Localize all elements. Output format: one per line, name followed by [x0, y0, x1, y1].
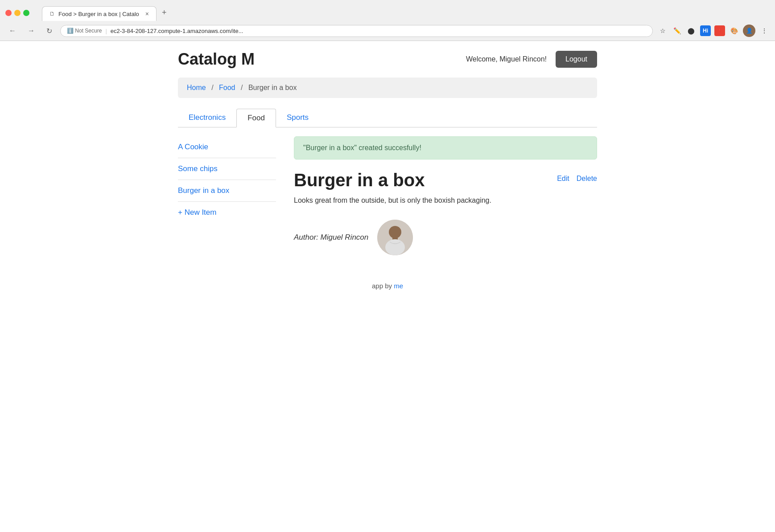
sidebar-new-item[interactable]: + New Item	[178, 202, 276, 223]
welcome-message: Welcome, Miguel Rincon!	[466, 55, 547, 63]
author-text: Author: Miguel Rincon	[294, 233, 368, 242]
author-section: Author: Miguel Rincon	[294, 220, 597, 255]
back-button[interactable]: ←	[5, 25, 20, 37]
category-tabs: Electronics Food Sports	[178, 109, 597, 127]
color-icon[interactable]: 🎨	[729, 25, 739, 36]
toolbar-icons: ☆ ✏️ ⬤ Hi ❗ 🎨 👤 ⋮	[657, 25, 770, 37]
tab-page-icon: 🗋	[49, 11, 55, 17]
app-header: Catalog M Welcome, Miguel Rincon! Logout	[178, 50, 597, 69]
extension-icon[interactable]: ❗	[714, 25, 725, 36]
breadcrumb-home[interactable]: Home	[187, 84, 206, 91]
sidebar-item-burger-in-a-box[interactable]: Burger in a box	[178, 180, 276, 202]
address-separator: |	[105, 28, 107, 34]
browser-addressbar: ← → ↻ ℹ️ Not Secure | ec2-3-84-208-127.c…	[0, 21, 775, 41]
main-content: A Cookie Some chips Burger in a box + Ne…	[178, 136, 597, 255]
refresh-button[interactable]: ↻	[43, 25, 56, 37]
browser-tab-bar: 🗋 Food > Burger in a box | Catalo × +	[42, 4, 172, 21]
tab-food[interactable]: Food	[236, 109, 276, 127]
footer-text: app by	[372, 282, 394, 290]
close-dot[interactable]	[5, 10, 12, 16]
bookmark-icon[interactable]: ☆	[657, 25, 668, 36]
user-avatar[interactable]: 👤	[743, 25, 755, 37]
security-indicator: ℹ️ Not Secure	[67, 28, 102, 34]
header-right: Welcome, Miguel Rincon! Logout	[466, 51, 597, 68]
breadcrumb-current-item: Burger in a box	[248, 84, 297, 91]
circle-icon[interactable]: ⬤	[686, 25, 697, 36]
svg-point-3	[385, 239, 405, 255]
menu-icon[interactable]: ⋮	[759, 25, 770, 36]
browser-titlebar: 🗋 Food > Burger in a box | Catalo × +	[0, 0, 775, 21]
browser-dots	[5, 10, 29, 16]
author-avatar	[377, 220, 413, 255]
app-footer: app by me	[178, 282, 597, 299]
breadcrumb: Home / Food / Burger in a box	[178, 78, 597, 98]
item-description: Looks great from the outside, but is onl…	[294, 195, 597, 206]
breadcrumb-sep-1: /	[211, 84, 213, 91]
url-text: ec2-3-84-208-127.compute-1.amazonaws.com…	[111, 28, 243, 34]
forward-button[interactable]: →	[24, 25, 38, 37]
content-area: "Burger in a box" created succesfully! B…	[294, 136, 597, 255]
tab-electronics[interactable]: Electronics	[178, 109, 236, 127]
sidebar-item-a-cookie[interactable]: A Cookie	[178, 136, 276, 158]
app-container: Catalog M Welcome, Miguel Rincon! Logout…	[165, 41, 610, 307]
success-message: "Burger in a box" created succesfully!	[303, 144, 421, 151]
pen-tool-icon[interactable]: ✏️	[672, 25, 682, 36]
tab-sports[interactable]: Sports	[276, 109, 319, 127]
content-header: Burger in a box Edit Delete	[294, 170, 597, 190]
app-title: Catalog M	[178, 50, 255, 69]
svg-point-1	[389, 226, 401, 238]
person-illustration	[377, 220, 413, 255]
maximize-dot[interactable]	[23, 10, 29, 16]
new-tab-button[interactable]: +	[157, 4, 172, 21]
breadcrumb-sep-2: /	[241, 84, 243, 91]
minimize-dot[interactable]	[14, 10, 21, 16]
tab-close-button[interactable]: ×	[145, 10, 149, 17]
edit-link[interactable]: Edit	[557, 175, 569, 183]
content-actions: Edit Delete	[557, 170, 597, 183]
item-title: Burger in a box	[294, 170, 425, 190]
delete-link[interactable]: Delete	[577, 175, 597, 183]
footer-link[interactable]: me	[394, 282, 403, 290]
sidebar: A Cookie Some chips Burger in a box + Ne…	[178, 136, 276, 255]
tab-title: Food > Burger in a box | Catalo	[58, 11, 139, 17]
active-tab[interactable]: 🗋 Food > Burger in a box | Catalo ×	[42, 6, 157, 21]
breadcrumb-category[interactable]: Food	[219, 84, 235, 91]
address-bar[interactable]: ℹ️ Not Secure | ec2-3-84-208-127.compute…	[60, 25, 653, 37]
browser-chrome: 🗋 Food > Burger in a box | Catalo × + ← …	[0, 0, 775, 41]
logout-button[interactable]: Logout	[556, 51, 597, 68]
hi-extension-icon[interactable]: Hi	[700, 25, 711, 36]
sidebar-item-some-chips[interactable]: Some chips	[178, 158, 276, 180]
success-banner: "Burger in a box" created succesfully!	[294, 136, 597, 160]
